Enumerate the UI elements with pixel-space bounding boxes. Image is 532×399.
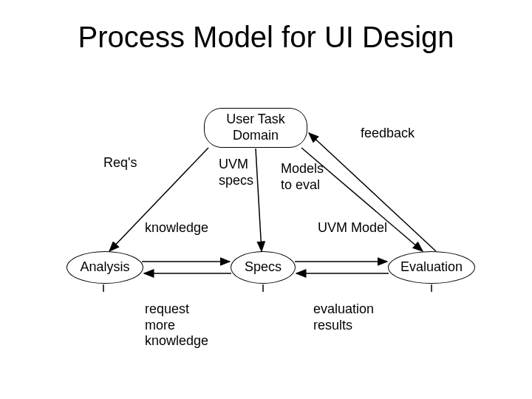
label-models-to-eval: Models to eval — [281, 161, 324, 193]
label-reqs: Req's — [103, 155, 137, 171]
node-user-task-domain: User Task Domain — [204, 108, 307, 148]
node-user-task-domain-label: User Task Domain — [226, 112, 285, 143]
label-uvm-model: UVM Model — [318, 220, 387, 236]
diagram-arrows — [0, 0, 532, 399]
label-knowledge: knowledge — [145, 220, 208, 236]
label-evaluation-results: evaluation results — [313, 301, 374, 333]
label-request-more-knowledge: request more knowledge — [145, 301, 208, 349]
node-analysis-label: Analysis — [80, 259, 129, 276]
node-specs-label: Specs — [245, 259, 282, 276]
svg-line-2 — [256, 149, 262, 251]
page-title: Process Model for UI Design — [0, 21, 532, 54]
label-uvm-specs: UVM specs — [219, 157, 253, 188]
node-analysis: Analysis — [66, 251, 143, 284]
node-specs: Specs — [231, 251, 296, 284]
label-feedback: feedback — [361, 126, 415, 142]
node-evaluation-label: Evaluation — [400, 259, 463, 276]
node-evaluation: Evaluation — [388, 251, 475, 284]
